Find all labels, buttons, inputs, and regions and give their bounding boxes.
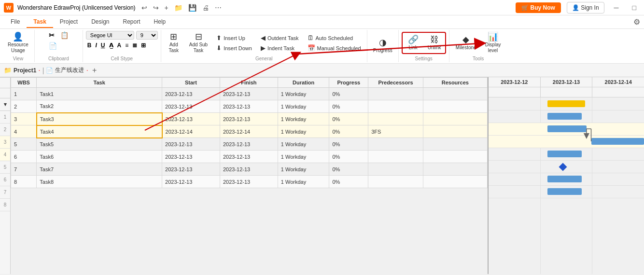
- outdent-task-button[interactable]: ◀ Outdent Task: [258, 33, 302, 42]
- folder-button[interactable]: 📁: [172, 3, 184, 13]
- table-row[interactable]: 2Task22023-12-132023-12-131 Workday0%: [11, 100, 488, 113]
- auto-scheduled-button[interactable]: 🗓 Auto Scheduled: [305, 33, 364, 42]
- duration-cell[interactable]: 1 Workday: [278, 100, 329, 113]
- tab-file[interactable]: File: [4, 16, 27, 28]
- resources-cell[interactable]: [423, 100, 487, 113]
- start-cell[interactable]: 2023-12-13: [162, 113, 220, 125]
- finish-cell[interactable]: 2023-12-13: [220, 163, 278, 176]
- start-cell[interactable]: 2023-12-13: [162, 151, 220, 163]
- predecessors-cell[interactable]: [368, 138, 423, 151]
- finish-cell[interactable]: 2023-12-13: [220, 151, 278, 163]
- insert-up-button[interactable]: ⬆ Insert Up: [213, 33, 255, 42]
- predecessors-cell[interactable]: [368, 176, 423, 188]
- predecessors-cell[interactable]: [368, 163, 423, 176]
- resources-cell[interactable]: [423, 88, 487, 100]
- unlink-button[interactable]: ⛓ Unlink: [425, 34, 444, 52]
- predecessors-cell[interactable]: [368, 151, 423, 163]
- finish-cell[interactable]: 2023-12-13: [220, 176, 278, 188]
- wbs-cell[interactable]: 2: [11, 100, 37, 113]
- milestone-button[interactable]: ◆ Milestone: [453, 34, 479, 52]
- print-button[interactable]: 🖨: [200, 3, 211, 13]
- resources-cell[interactable]: [423, 163, 487, 176]
- task-cell[interactable]: Task8: [37, 176, 162, 188]
- progress-cell[interactable]: 0%: [329, 125, 368, 138]
- start-cell[interactable]: 2023-12-13: [162, 163, 220, 176]
- table-row[interactable]: 4Task42023-12-142023-12-141 Workday0%3FS: [11, 125, 488, 138]
- start-cell[interactable]: 2023-12-13: [162, 138, 220, 151]
- add-tab-button[interactable]: +: [92, 66, 97, 75]
- copy-button[interactable]: 📋: [59, 31, 70, 40]
- task-cell[interactable]: Task5: [37, 138, 162, 151]
- indent-task-button[interactable]: ▶ Indent Task: [258, 43, 302, 53]
- tab-help[interactable]: Help: [147, 16, 173, 28]
- font-color-button[interactable]: A: [116, 41, 123, 49]
- resources-cell[interactable]: [423, 125, 487, 138]
- manual-scheduled-button[interactable]: 📅 Manual Scheduled: [305, 43, 364, 53]
- task-cell[interactable]: Task4: [37, 125, 162, 138]
- table-row[interactable]: 6Task62023-12-132023-12-131 Workday0%: [11, 151, 488, 163]
- tab-report[interactable]: Report: [116, 16, 147, 28]
- duration-cell[interactable]: 1 Workday: [278, 176, 329, 188]
- resources-cell[interactable]: [423, 176, 487, 188]
- progress-button[interactable]: ◑ Progress: [370, 37, 395, 55]
- minimize-button[interactable]: ─: [610, 3, 623, 13]
- font-size-select[interactable]: 9: [136, 31, 158, 40]
- predecessors-cell[interactable]: [368, 88, 423, 100]
- progress-cell[interactable]: 0%: [329, 88, 368, 100]
- tab-task[interactable]: Task: [27, 16, 53, 28]
- chart1-tab[interactable]: 生产线改进: [55, 66, 84, 74]
- wbs-cell[interactable]: 1: [11, 88, 37, 100]
- start-cell[interactable]: 2023-12-14: [162, 125, 220, 138]
- table-row[interactable]: 1Task12023-12-132023-12-131 Workday0%: [11, 88, 488, 100]
- task-cell[interactable]: Task3: [37, 113, 162, 125]
- duration-cell[interactable]: 1 Workday: [278, 163, 329, 176]
- maximize-button[interactable]: □: [629, 3, 640, 13]
- more-button[interactable]: ⋯: [213, 3, 224, 13]
- table-row[interactable]: 5Task52023-12-132023-12-131 Workday0%: [11, 138, 488, 151]
- predecessors-cell[interactable]: [368, 100, 423, 113]
- finish-cell[interactable]: 2023-12-13: [220, 138, 278, 151]
- task-cell[interactable]: Task6: [37, 151, 162, 163]
- resources-cell[interactable]: [423, 151, 487, 163]
- duration-cell[interactable]: 1 Workday: [278, 151, 329, 163]
- wbs-cell[interactable]: 4: [11, 125, 37, 138]
- save-button[interactable]: 💾: [186, 3, 198, 13]
- finish-cell[interactable]: 2023-12-13: [220, 88, 278, 100]
- duration-cell[interactable]: 1 Workday: [278, 138, 329, 151]
- more-format-button[interactable]: ⊞: [140, 41, 147, 49]
- wbs-cell[interactable]: 5: [11, 138, 37, 151]
- finish-cell[interactable]: 2023-12-13: [220, 113, 278, 125]
- display-level-button[interactable]: 📊 Displaylevel: [482, 31, 504, 55]
- progress-cell[interactable]: 0%: [329, 151, 368, 163]
- underline-button[interactable]: U: [99, 41, 107, 49]
- progress-cell[interactable]: 0%: [329, 176, 368, 188]
- cut-button[interactable]: ✂: [47, 31, 56, 40]
- add-button[interactable]: +: [163, 3, 170, 13]
- start-cell[interactable]: 2023-12-13: [162, 88, 220, 100]
- progress-cell[interactable]: 0%: [329, 100, 368, 113]
- progress-cell[interactable]: 0%: [329, 138, 368, 151]
- task-cell[interactable]: Task2: [37, 100, 162, 113]
- undo-button[interactable]: ↩: [140, 3, 149, 13]
- predecessors-cell[interactable]: 3FS: [368, 125, 423, 138]
- progress-cell[interactable]: 0%: [329, 113, 368, 125]
- redo-button[interactable]: ↪: [151, 3, 161, 13]
- wbs-cell[interactable]: 3: [11, 113, 37, 125]
- table-row[interactable]: 8Task82023-12-132023-12-131 Workday0%: [11, 176, 488, 188]
- add-task-button[interactable]: ⊞ AddTask: [164, 31, 183, 55]
- finish-cell[interactable]: 2023-12-14: [220, 125, 278, 138]
- wbs-cell[interactable]: 8: [11, 176, 37, 188]
- table-row[interactable]: 3Task32023-12-132023-12-131 Workday0%: [11, 113, 488, 125]
- paste-button[interactable]: 📄: [47, 41, 58, 50]
- fill-color-button[interactable]: A̲: [108, 41, 115, 49]
- finish-cell[interactable]: 2023-12-13: [220, 100, 278, 113]
- progress-cell[interactable]: 0%: [329, 163, 368, 176]
- resources-cell[interactable]: [423, 138, 487, 151]
- table-row[interactable]: 7Task72023-12-132023-12-131 Workday0%: [11, 163, 488, 176]
- start-cell[interactable]: 2023-12-13: [162, 176, 220, 188]
- sign-in-button[interactable]: 👤 Sign In: [567, 2, 604, 14]
- predecessors-cell[interactable]: [368, 113, 423, 125]
- project1-tab[interactable]: Project1: [14, 67, 36, 74]
- buy-now-button[interactable]: 🛒 Buy Now: [516, 2, 561, 13]
- add-sub-task-button[interactable]: ⊟ Add SubTask: [186, 31, 210, 55]
